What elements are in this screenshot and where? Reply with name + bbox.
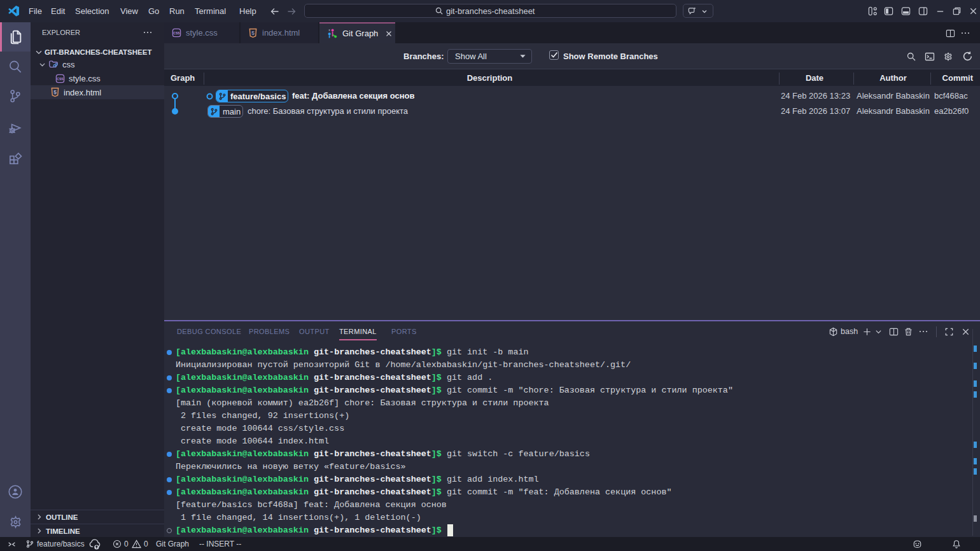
svg-text:5: 5: [53, 89, 57, 95]
svg-text:CSS: CSS: [173, 31, 180, 35]
svg-text:5: 5: [251, 29, 255, 36]
svg-text:CSS: CSS: [57, 77, 64, 81]
